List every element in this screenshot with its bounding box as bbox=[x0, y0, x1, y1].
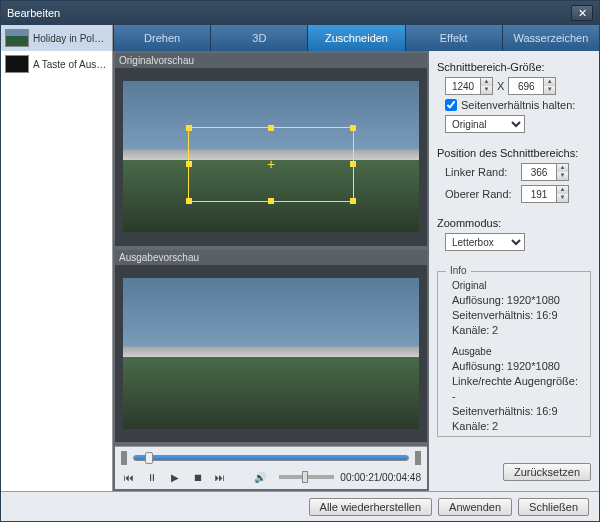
crop-handle[interactable] bbox=[186, 198, 192, 204]
seek-handle[interactable] bbox=[145, 452, 153, 464]
sidebar-item[interactable]: A Taste of Austri... bbox=[1, 51, 112, 77]
spin-down-icon[interactable]: ▼ bbox=[480, 86, 492, 94]
output-preview-label: Ausgabevorschau bbox=[115, 250, 427, 265]
stop-button[interactable]: ⏹ bbox=[189, 469, 206, 485]
crop-handle[interactable] bbox=[350, 125, 356, 131]
settings-panel: Schnittbereich-Größe: ▲▼ X ▲▼ Seitenverh… bbox=[429, 51, 599, 491]
output-preview bbox=[115, 265, 427, 443]
range-start-icon[interactable] bbox=[121, 451, 127, 465]
original-preview[interactable]: + bbox=[115, 68, 427, 246]
next-button[interactable]: ⏭ bbox=[212, 469, 229, 485]
zoom-mode-label: Zoommodus: bbox=[437, 217, 591, 229]
close-icon[interactable]: ✕ bbox=[571, 5, 593, 21]
crop-handle[interactable] bbox=[268, 198, 274, 204]
spin-up-icon[interactable]: ▲ bbox=[543, 78, 555, 86]
aspect-ratio-select[interactable]: Original bbox=[445, 115, 525, 133]
thumbnail-icon bbox=[5, 55, 29, 73]
crop-height-input[interactable] bbox=[509, 78, 543, 94]
dialog-footer: Alle wiederherstellen Anwenden Schließen bbox=[1, 491, 599, 521]
spin-down-icon[interactable]: ▼ bbox=[556, 194, 568, 202]
crop-pos-label: Position des Schnittbereichs: bbox=[437, 147, 591, 159]
window-title: Bearbeiten bbox=[7, 7, 571, 19]
volume-icon[interactable]: 🔊 bbox=[252, 469, 269, 485]
crop-handle[interactable] bbox=[186, 125, 192, 131]
spin-down-icon[interactable]: ▼ bbox=[556, 172, 568, 180]
original-preview-label: Originalvorschau bbox=[115, 53, 427, 68]
volume-slider[interactable] bbox=[279, 475, 335, 479]
tab-bar: Drehen 3D Zuschneiden Effekt Wasserzeich… bbox=[113, 25, 599, 51]
tab-3d[interactable]: 3D bbox=[210, 25, 307, 51]
thumbnail-icon bbox=[5, 29, 29, 47]
tab-rotate[interactable]: Drehen bbox=[113, 25, 210, 51]
info-box: Info Original Auflösung: 1920*1080 Seite… bbox=[437, 271, 591, 437]
play-button[interactable]: ▶ bbox=[166, 469, 183, 485]
crop-handle[interactable] bbox=[350, 161, 356, 167]
crop-center-icon: + bbox=[264, 157, 278, 171]
edit-window: Bearbeiten ✕ Holiday in Polan... A Taste… bbox=[0, 0, 600, 522]
volume-handle[interactable] bbox=[302, 471, 308, 483]
pause-button[interactable]: ⏸ bbox=[144, 469, 161, 485]
reset-button[interactable]: Zurücksetzen bbox=[503, 463, 591, 481]
crop-handle[interactable] bbox=[268, 125, 274, 131]
crop-size-label: Schnittbereich-Größe: bbox=[437, 61, 591, 73]
spin-down-icon[interactable]: ▼ bbox=[543, 86, 555, 94]
crop-rectangle[interactable]: + bbox=[188, 127, 354, 202]
playback-controls: ⏮ ⏸ ▶ ⏹ ⏭ 🔊 00:00:21/00:04:48 bbox=[115, 446, 427, 489]
tab-crop[interactable]: Zuschneiden bbox=[307, 25, 404, 51]
crop-handle[interactable] bbox=[350, 198, 356, 204]
playback-time: 00:00:21/00:04:48 bbox=[340, 472, 421, 483]
prev-button[interactable]: ⏮ bbox=[121, 469, 138, 485]
crop-left-input[interactable] bbox=[522, 164, 556, 180]
restore-all-button[interactable]: Alle wiederherstellen bbox=[309, 498, 433, 516]
spin-up-icon[interactable]: ▲ bbox=[556, 186, 568, 194]
tab-effect[interactable]: Effekt bbox=[405, 25, 502, 51]
apply-button[interactable]: Anwenden bbox=[438, 498, 512, 516]
spin-up-icon[interactable]: ▲ bbox=[556, 164, 568, 172]
titlebar: Bearbeiten ✕ bbox=[1, 1, 599, 25]
sidebar: Holiday in Polan... A Taste of Austri... bbox=[1, 25, 113, 491]
spin-up-icon[interactable]: ▲ bbox=[480, 78, 492, 86]
crop-top-input[interactable] bbox=[522, 186, 556, 202]
close-button[interactable]: Schließen bbox=[518, 498, 589, 516]
crop-handle[interactable] bbox=[186, 161, 192, 167]
preview-panel: Originalvorschau + Ausgabevorschau ⏮ ⏸ ▶… bbox=[113, 51, 429, 491]
seek-bar[interactable] bbox=[133, 455, 409, 461]
crop-width-input[interactable] bbox=[446, 78, 480, 94]
keep-ratio-checkbox[interactable] bbox=[445, 99, 457, 111]
tab-watermark[interactable]: Wasserzeichen bbox=[502, 25, 599, 51]
sidebar-item[interactable]: Holiday in Polan... bbox=[1, 25, 112, 51]
range-end-icon[interactable] bbox=[415, 451, 421, 465]
zoom-mode-select[interactable]: Letterbox bbox=[445, 233, 525, 251]
